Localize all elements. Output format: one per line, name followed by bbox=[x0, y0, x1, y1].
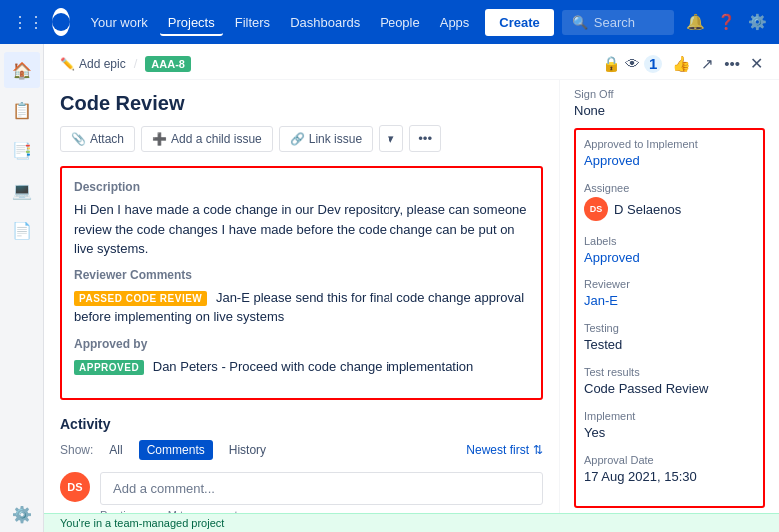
reviewer-comments-section: Reviewer Comments PASSED CODE REVIEW Jan… bbox=[74, 268, 529, 327]
labels-label: Labels bbox=[584, 235, 755, 247]
test-results-field: Test results Code Passed Review bbox=[584, 366, 755, 396]
header-actions: 🔒 👁 1 👍 ↗ ••• ✕ bbox=[602, 54, 763, 73]
filter-comments-button[interactable]: Comments bbox=[139, 440, 213, 460]
issue-body: Code Review 📎 Attach ➕ Add a child issue… bbox=[44, 80, 779, 513]
approval-date-label: Approval Date bbox=[584, 454, 755, 466]
description-section: Description Hi Den I have made a code ch… bbox=[60, 166, 543, 400]
nav-apps[interactable]: Apps bbox=[432, 9, 478, 36]
current-user-avatar: DS bbox=[60, 472, 90, 502]
filter-all-button[interactable]: All bbox=[101, 440, 130, 460]
approval-date-field: Approval Date 17 Aug 2021, 15:30 bbox=[584, 454, 755, 484]
assignee-field: Assignee DS D Selaenos bbox=[584, 182, 755, 221]
assignee-value[interactable]: D Selaenos bbox=[614, 202, 681, 217]
bottom-bar: You're in a team-managed project bbox=[44, 513, 779, 532]
test-results-label: Test results bbox=[584, 366, 755, 378]
create-button[interactable]: Create bbox=[485, 9, 553, 36]
notifications-icon[interactable]: 🔔 bbox=[686, 13, 705, 31]
toolbar-more-button[interactable]: ••• bbox=[409, 125, 441, 152]
testing-value: Tested bbox=[584, 337, 755, 352]
pencil-icon: ✏️ bbox=[60, 57, 75, 71]
reviewer-comments-body: PASSED CODE REVIEW Jan-E please send thi… bbox=[74, 288, 529, 327]
labels-value[interactable]: Approved bbox=[584, 250, 755, 265]
add-comment-row: DS Add a comment... Pro tip: press M to … bbox=[60, 472, 543, 513]
activity-controls: Show: All Comments History Newest first … bbox=[60, 440, 543, 460]
issue-header: ✏️ Add epic / AAA-8 🔒 👁 1 👍 ↗ ••• ✕ bbox=[44, 44, 779, 80]
testing-label: Testing bbox=[584, 322, 755, 334]
bottom-bar-text: You're in a team-managed project bbox=[60, 517, 224, 529]
description-body: Hi Den I have made a code change in our … bbox=[74, 200, 529, 259]
sidebar-icon-file[interactable]: 📄 bbox=[4, 212, 40, 248]
grid-icon[interactable]: ⋮⋮ bbox=[12, 13, 44, 32]
watch-count: 1 bbox=[644, 55, 662, 73]
search-icon: 🔍 bbox=[572, 15, 588, 30]
attach-button[interactable]: 📎 Attach bbox=[60, 126, 135, 152]
breadcrumb-separator: / bbox=[134, 56, 138, 71]
nav-people[interactable]: People bbox=[372, 9, 427, 36]
sort-icon: ⇅ bbox=[533, 443, 543, 457]
toolbar-dropdown-button[interactable]: ▾ bbox=[379, 125, 403, 152]
approved-by-section: Approved by APPROVED Dan Peters - Procee… bbox=[74, 337, 529, 377]
nav-projects[interactable]: Projects bbox=[160, 9, 223, 36]
nav-filters[interactable]: Filters bbox=[227, 9, 278, 36]
implement-label: Implement bbox=[584, 410, 755, 422]
activity-header: Activity bbox=[60, 416, 543, 432]
activity-section: Activity Show: All Comments History Newe… bbox=[60, 416, 543, 513]
close-icon[interactable]: ✕ bbox=[750, 54, 763, 73]
approved-implement-label: Approved to Implement bbox=[584, 138, 755, 150]
show-label: Show: bbox=[60, 443, 93, 457]
assignee-label: Assignee bbox=[584, 182, 755, 194]
reviewer-label: Reviewer bbox=[584, 278, 755, 290]
more-icon[interactable]: ••• bbox=[724, 55, 740, 72]
issue-left-panel: Code Review 📎 Attach ➕ Add a child issue… bbox=[44, 80, 559, 513]
passed-badge: PASSED CODE REVIEW bbox=[74, 291, 207, 306]
settings-icon[interactable]: ⚙️ bbox=[748, 13, 767, 31]
eye-icon[interactable]: 👁 bbox=[625, 55, 640, 72]
lock-icon[interactable]: 🔒 bbox=[602, 55, 621, 73]
approved-implement-field: Approved to Implement Approved bbox=[584, 138, 755, 168]
sidebar-icon-code[interactable]: 💻 bbox=[4, 172, 40, 208]
filter-history-button[interactable]: History bbox=[221, 440, 274, 460]
top-nav: ⋮⋮ Your work Projects Filters Dashboards… bbox=[0, 0, 779, 44]
search-placeholder: Search bbox=[594, 15, 635, 30]
add-epic-link[interactable]: ✏️ Add epic bbox=[60, 57, 126, 71]
left-sidebar: 🏠 📋 📑 💻 📄 ⚙️ bbox=[0, 44, 44, 532]
reviewer-comments-label: Reviewer Comments bbox=[74, 268, 529, 282]
sign-off-field: Sign Off None bbox=[574, 88, 765, 118]
approved-by-body: APPROVED Dan Peters - Proceed with code … bbox=[74, 357, 529, 377]
sidebar-icon-settings[interactable]: ⚙️ bbox=[4, 496, 40, 532]
issue-toolbar: 📎 Attach ➕ Add a child issue 🔗 Link issu… bbox=[60, 125, 543, 152]
nav-dashboards[interactable]: Dashboards bbox=[282, 9, 368, 36]
sort-label[interactable]: Newest first ⇅ bbox=[466, 443, 543, 457]
sidebar-icon-board[interactable]: 📋 bbox=[4, 92, 40, 128]
assignee-row: DS D Selaenos bbox=[584, 197, 755, 221]
help-icon[interactable]: ❓ bbox=[717, 13, 736, 31]
assignee-avatar: DS bbox=[584, 197, 608, 221]
implement-field: Implement Yes bbox=[584, 410, 755, 440]
approved-by-label: Approved by bbox=[74, 337, 529, 351]
share-icon[interactable]: ↗ bbox=[701, 55, 714, 73]
implement-value: Yes bbox=[584, 425, 755, 440]
main-content: ✏️ Add epic / AAA-8 🔒 👁 1 👍 ↗ ••• ✕ bbox=[44, 44, 779, 532]
labels-field: Labels Approved bbox=[584, 235, 755, 265]
link-icon: 🔗 bbox=[290, 132, 305, 146]
issue-key-badge[interactable]: AAA-8 bbox=[145, 56, 191, 72]
approved-badge: APPROVED bbox=[74, 360, 144, 375]
comment-input[interactable]: Add a comment... bbox=[100, 472, 543, 505]
approval-date-value: 17 Aug 2021, 15:30 bbox=[584, 469, 755, 484]
search-bar[interactable]: 🔍 Search bbox=[562, 10, 674, 35]
test-results-value: Code Passed Review bbox=[584, 381, 755, 396]
sidebar-icon-layers[interactable]: 📑 bbox=[4, 132, 40, 168]
thumbsup-icon[interactable]: 👍 bbox=[672, 55, 691, 73]
watch-row: 🔒 👁 1 bbox=[602, 55, 662, 73]
approved-implement-value[interactable]: Approved bbox=[584, 153, 755, 168]
child-icon: ➕ bbox=[152, 132, 167, 146]
right-panel-highlight: Approved to Implement Approved Assignee … bbox=[574, 128, 765, 508]
sidebar-icon-home[interactable]: 🏠 bbox=[4, 52, 40, 88]
description-label: Description bbox=[74, 180, 529, 194]
link-issue-button[interactable]: 🔗 Link issue bbox=[279, 126, 373, 152]
testing-field: Testing Tested bbox=[584, 322, 755, 352]
nav-your-work[interactable]: Your work bbox=[82, 9, 155, 36]
logo[interactable] bbox=[52, 8, 70, 36]
add-child-button[interactable]: ➕ Add a child issue bbox=[141, 126, 273, 152]
reviewer-value[interactable]: Jan-E bbox=[584, 293, 755, 308]
